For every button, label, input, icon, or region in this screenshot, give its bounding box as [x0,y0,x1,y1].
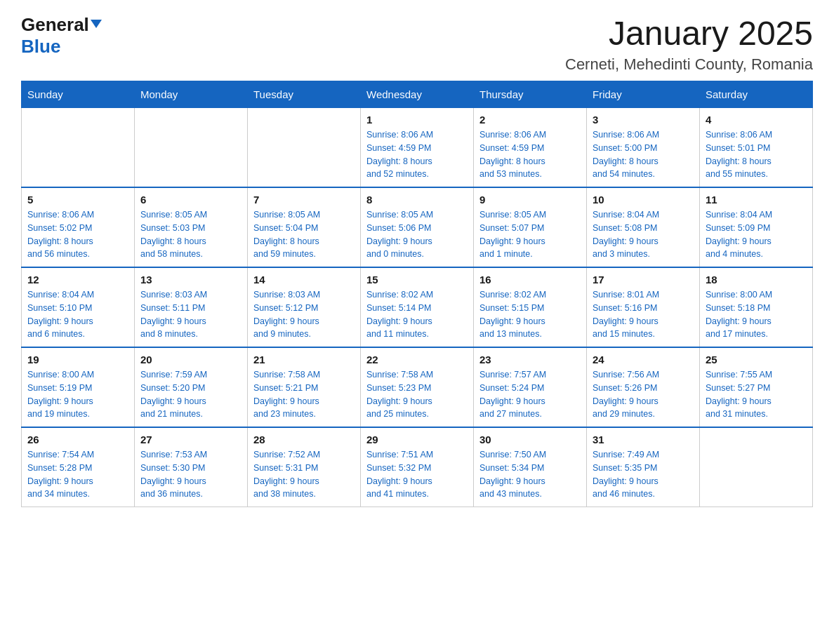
calendar-cell: 28Sunrise: 7:52 AM Sunset: 5:31 PM Dayli… [248,427,361,507]
day-info: Sunrise: 7:52 AM Sunset: 5:31 PM Dayligh… [253,448,355,501]
calendar-cell [22,108,135,188]
logo: General Blue [21,14,102,58]
calendar-cell [135,108,248,188]
day-number: 6 [140,194,241,206]
calendar-cell: 13Sunrise: 8:03 AM Sunset: 5:11 PM Dayli… [135,267,248,347]
location-title: Cerneti, Mehedinti County, Romania [565,55,813,74]
day-info: Sunrise: 8:04 AM Sunset: 5:08 PM Dayligh… [593,208,694,261]
day-number: 25 [706,354,807,365]
day-number: 13 [140,274,241,286]
week-row-4: 19Sunrise: 8:00 AM Sunset: 5:19 PM Dayli… [22,347,813,427]
calendar-cell: 26Sunrise: 7:54 AM Sunset: 5:28 PM Dayli… [22,427,135,507]
calendar-cell [700,427,813,507]
day-info: Sunrise: 8:05 AM Sunset: 5:03 PM Dayligh… [140,208,241,261]
day-info: Sunrise: 8:02 AM Sunset: 5:15 PM Dayligh… [479,288,581,341]
page-header: General Blue January 2025 Cerneti, Mehed… [21,14,813,74]
calendar-cell: 22Sunrise: 7:58 AM Sunset: 5:23 PM Dayli… [361,347,474,427]
calendar-cell: 12Sunrise: 8:04 AM Sunset: 5:10 PM Dayli… [22,267,135,347]
calendar-cell: 14Sunrise: 8:03 AM Sunset: 5:12 PM Dayli… [248,267,361,347]
day-number: 17 [593,274,694,286]
calendar-cell: 24Sunrise: 7:56 AM Sunset: 5:26 PM Dayli… [587,347,700,427]
day-info: Sunrise: 7:55 AM Sunset: 5:27 PM Dayligh… [706,368,807,421]
day-number: 12 [27,274,128,286]
day-info: Sunrise: 7:54 AM Sunset: 5:28 PM Dayligh… [27,448,128,501]
day-number: 28 [253,434,355,445]
day-info: Sunrise: 7:58 AM Sunset: 5:23 PM Dayligh… [366,368,468,421]
day-number: 2 [479,114,581,126]
calendar-cell: 20Sunrise: 7:59 AM Sunset: 5:20 PM Dayli… [135,347,248,427]
calendar-cell: 18Sunrise: 8:00 AM Sunset: 5:18 PM Dayli… [700,267,813,347]
calendar-cell: 17Sunrise: 8:01 AM Sunset: 5:16 PM Dayli… [587,267,700,347]
day-number: 10 [593,194,694,206]
week-row-2: 5Sunrise: 8:06 AM Sunset: 5:02 PM Daylig… [22,187,813,267]
calendar-cell: 23Sunrise: 7:57 AM Sunset: 5:24 PM Dayli… [474,347,587,427]
calendar-cell: 29Sunrise: 7:51 AM Sunset: 5:32 PM Dayli… [361,427,474,507]
calendar-cell: 11Sunrise: 8:04 AM Sunset: 5:09 PM Dayli… [700,187,813,267]
calendar-cell: 8Sunrise: 8:05 AM Sunset: 5:06 PM Daylig… [361,187,474,267]
calendar-cell: 1Sunrise: 8:06 AM Sunset: 4:59 PM Daylig… [361,108,474,188]
day-header-wednesday: Wednesday [361,81,474,108]
day-number: 30 [479,434,581,445]
calendar-cell: 3Sunrise: 8:06 AM Sunset: 5:00 PM Daylig… [587,108,700,188]
logo-triangle-icon [91,20,102,28]
day-info: Sunrise: 8:00 AM Sunset: 5:18 PM Dayligh… [706,288,807,341]
day-number: 23 [479,354,581,365]
day-info: Sunrise: 7:49 AM Sunset: 5:35 PM Dayligh… [593,448,694,501]
day-info: Sunrise: 8:06 AM Sunset: 4:59 PM Dayligh… [366,128,468,181]
day-header-friday: Friday [587,81,700,108]
day-number: 24 [593,354,694,365]
calendar-cell: 10Sunrise: 8:04 AM Sunset: 5:08 PM Dayli… [587,187,700,267]
calendar-cell: 5Sunrise: 8:06 AM Sunset: 5:02 PM Daylig… [22,187,135,267]
day-info: Sunrise: 8:06 AM Sunset: 5:00 PM Dayligh… [593,128,694,181]
day-info: Sunrise: 7:56 AM Sunset: 5:26 PM Dayligh… [593,368,694,421]
calendar-cell: 6Sunrise: 8:05 AM Sunset: 5:03 PM Daylig… [135,187,248,267]
day-info: Sunrise: 7:59 AM Sunset: 5:20 PM Dayligh… [140,368,241,421]
calendar-body: 1Sunrise: 8:06 AM Sunset: 4:59 PM Daylig… [22,108,813,507]
day-info: Sunrise: 8:00 AM Sunset: 5:19 PM Dayligh… [27,368,128,421]
day-info: Sunrise: 8:03 AM Sunset: 5:12 PM Dayligh… [253,288,355,341]
calendar-cell: 30Sunrise: 7:50 AM Sunset: 5:34 PM Dayli… [474,427,587,507]
day-info: Sunrise: 8:03 AM Sunset: 5:11 PM Dayligh… [140,288,241,341]
calendar-table: SundayMondayTuesdayWednesdayThursdayFrid… [21,81,813,507]
day-info: Sunrise: 7:58 AM Sunset: 5:21 PM Dayligh… [253,368,355,421]
day-number: 7 [253,194,355,206]
month-title: January 2025 [565,14,813,53]
calendar-cell: 27Sunrise: 7:53 AM Sunset: 5:30 PM Dayli… [135,427,248,507]
day-header-saturday: Saturday [700,81,813,108]
day-number: 26 [27,434,128,445]
calendar-cell: 7Sunrise: 8:05 AM Sunset: 5:04 PM Daylig… [248,187,361,267]
day-number: 14 [253,274,355,286]
day-info: Sunrise: 8:06 AM Sunset: 5:02 PM Dayligh… [27,208,128,261]
calendar-cell: 16Sunrise: 8:02 AM Sunset: 5:15 PM Dayli… [474,267,587,347]
day-info: Sunrise: 7:51 AM Sunset: 5:32 PM Dayligh… [366,448,468,501]
calendar-cell: 9Sunrise: 8:05 AM Sunset: 5:07 PM Daylig… [474,187,587,267]
calendar-cell: 4Sunrise: 8:06 AM Sunset: 5:01 PM Daylig… [700,108,813,188]
day-info: Sunrise: 8:05 AM Sunset: 5:06 PM Dayligh… [366,208,468,261]
logo-blue-text: Blue [21,36,60,57]
logo-general-text: General [21,14,89,36]
day-number: 22 [366,354,468,365]
day-header-sunday: Sunday [22,81,135,108]
day-header-row: SundayMondayTuesdayWednesdayThursdayFrid… [22,81,813,108]
day-header-thursday: Thursday [474,81,587,108]
day-info: Sunrise: 7:53 AM Sunset: 5:30 PM Dayligh… [140,448,241,501]
week-row-5: 26Sunrise: 7:54 AM Sunset: 5:28 PM Dayli… [22,427,813,507]
day-info: Sunrise: 8:02 AM Sunset: 5:14 PM Dayligh… [366,288,468,341]
day-info: Sunrise: 8:04 AM Sunset: 5:10 PM Dayligh… [27,288,128,341]
day-number: 21 [253,354,355,365]
day-number: 15 [366,274,468,286]
calendar-cell: 2Sunrise: 8:06 AM Sunset: 4:59 PM Daylig… [474,108,587,188]
day-info: Sunrise: 7:57 AM Sunset: 5:24 PM Dayligh… [479,368,581,421]
day-header-monday: Monday [135,81,248,108]
calendar-cell [248,108,361,188]
day-info: Sunrise: 8:06 AM Sunset: 4:59 PM Dayligh… [479,128,581,181]
day-number: 9 [479,194,581,206]
day-number: 16 [479,274,581,286]
day-number: 19 [27,354,128,365]
day-info: Sunrise: 8:05 AM Sunset: 5:07 PM Dayligh… [479,208,581,261]
day-number: 27 [140,434,241,445]
day-number: 8 [366,194,468,206]
calendar-cell: 25Sunrise: 7:55 AM Sunset: 5:27 PM Dayli… [700,347,813,427]
day-number: 18 [706,274,807,286]
title-section: January 2025 Cerneti, Mehedinti County, … [565,14,813,74]
